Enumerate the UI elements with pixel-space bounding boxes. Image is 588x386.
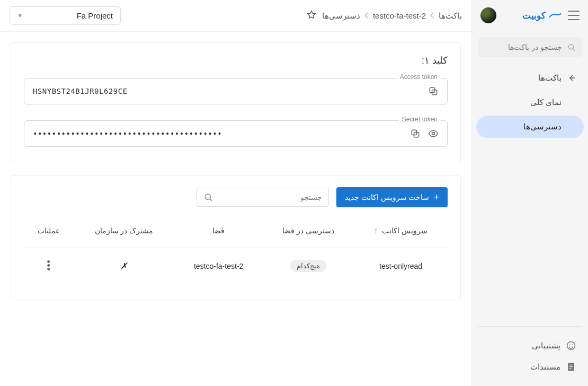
star-icon [306,10,317,20]
plus-icon: + [433,192,439,202]
nav-label: نمای کلی [530,98,562,107]
support-icon [566,340,576,351]
topbar: باکت‌ها testco-fa-test-2 دسترسی‌ها Fa Pr… [0,0,471,32]
sidebar-item-docs[interactable]: مستندات [476,356,584,378]
sidebar-item-buckets[interactable]: باکت‌ها [476,67,584,89]
eye-icon [428,128,439,139]
svg-rect-8 [569,369,572,369]
copy-icon [410,128,421,139]
secret-token-field: Secret token •••••••••••••••••••••••••••… [24,120,448,147]
nav: باکت‌ها نمای کلی دسترسی‌ها [472,67,588,322]
star-button[interactable] [306,10,317,22]
search-icon [567,42,575,52]
sa-search-input[interactable] [218,193,322,201]
copy-button[interactable] [428,86,439,96]
bottom-label: مستندات [530,362,560,372]
sa-card: + ساخت سرویس اکانت جدید [11,175,461,300]
cell-sa: test-onlyread [354,248,448,284]
hamburger-icon[interactable] [568,11,580,20]
svg-point-14 [205,194,211,200]
key-card: کلید ۱: Access token HSNYBST24B1JR0L629C… [11,42,461,163]
svg-line-1 [573,49,574,50]
docs-icon [566,362,576,372]
breadcrumb-page: دسترسی‌ها [322,11,360,21]
new-sa-button[interactable]: + ساخت سرویس اکانت جدید [336,187,448,207]
chevron-down-icon: ▼ [17,13,23,19]
copy-icon [428,86,439,96]
project-picker[interactable]: Fa Project ▼ [10,6,121,25]
reveal-button[interactable] [428,128,439,139]
project-name: Fa Project [77,11,113,20]
sa-search[interactable] [197,188,329,207]
search-icon [203,192,213,202]
sort-arrow-icon: ↑ [374,226,378,235]
th-sa[interactable]: سرویس اکانت ↑ [354,217,448,248]
field-label: Secret token [399,116,441,123]
svg-point-11 [432,133,435,135]
cell-space-access: هیچ‌کدام [263,248,354,284]
sa-table: سرویس اکانت ↑ دسترسی در فضا فضا مشترک در… [24,217,448,284]
svg-line-15 [210,199,211,200]
bottom-nav: پشتیبانی مستندات [472,331,588,386]
chevron-left-icon [430,11,434,20]
sidebar-search-input[interactable] [485,43,562,51]
x-icon: ✗ [120,261,127,270]
access-token-field: Access token HSNYBST24B1JR0L629CE [24,78,448,104]
field-label: Access token [397,73,441,81]
access-chip: هیچ‌کدام [290,260,326,272]
sidebar-item-support[interactable]: پشتیبانی [476,335,584,356]
content: کلید ۱: Access token HSNYBST24B1JR0L629C… [0,32,471,386]
nav-label: دسترسی‌ها [523,122,562,131]
bottom-label: پشتیبانی [532,341,560,350]
secret-token-value: •••••••••••••••••••••••••••••••••••••••• [33,129,404,138]
svg-point-4 [572,345,573,346]
cell-space: testco-fa-test-2 [174,248,262,284]
svg-point-3 [569,345,571,346]
th-shared: مشترک در سازمان [74,217,175,248]
sidebar-search[interactable] [478,37,582,57]
breadcrumb: باکت‌ها testco-fa-test-2 دسترسی‌ها [322,11,462,21]
sidebar-item-overview[interactable]: نمای کلی [476,91,584,113]
sa-toolbar: + ساخت سرویس اکانت جدید [24,187,448,207]
divider [478,326,582,327]
chevron-left-icon [364,11,369,20]
nav-label: باکت‌ها [538,73,562,83]
button-label: ساخت سرویس اکانت جدید [345,193,430,201]
breadcrumb-root[interactable]: باکت‌ها [439,11,462,21]
th-ops: عملیات [24,217,74,248]
main: باکت‌ها testco-fa-test-2 دسترسی‌ها Fa Pr… [0,0,471,386]
sidebar: کوبیت باکت‌ها نمای کلی [471,0,588,386]
cell-shared: ✗ [74,248,175,284]
breadcrumb-bucket[interactable]: testco-fa-test-2 [373,11,426,20]
brand-text: کوبیت [522,10,546,21]
access-token-value: HSNYBST24B1JR0L629CE [33,87,422,95]
avatar[interactable] [480,7,496,23]
key-title: کلید ۱: [24,55,448,66]
svg-rect-6 [569,365,573,365]
svg-rect-7 [569,366,573,367]
brand[interactable]: کوبیت [522,10,562,21]
sidebar-item-access[interactable]: دسترسی‌ها [476,116,584,138]
brand-logo-icon [549,11,562,20]
sidebar-header: کوبیت [472,0,588,31]
table-row: test-onlyread هیچ‌کدام testco-fa-test-2 … [24,248,448,284]
cell-ops: ••• [24,248,74,284]
th-space: فضا [174,217,262,248]
copy-button[interactable] [410,128,421,139]
row-actions-button[interactable]: ••• [30,260,67,272]
th-space-access: دسترسی در فضا [263,217,354,248]
arrow-left-icon [567,73,576,83]
